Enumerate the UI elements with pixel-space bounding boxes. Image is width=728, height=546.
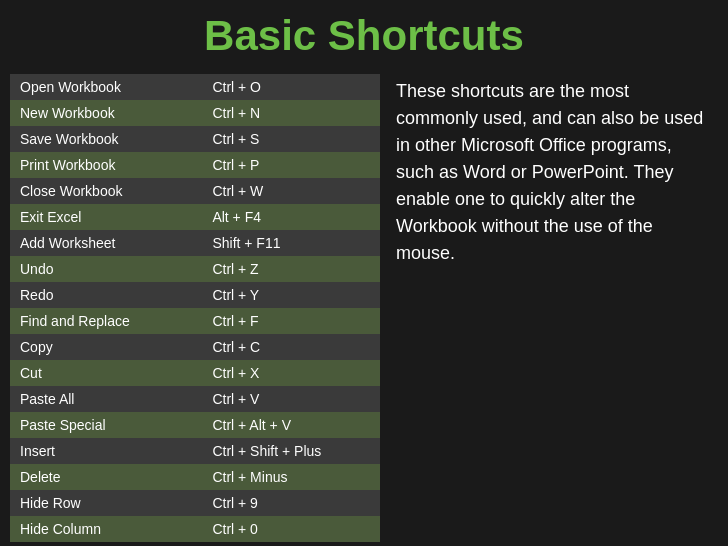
shortcut-action: Add Worksheet — [10, 230, 202, 256]
shortcut-keys: Ctrl + 9 — [202, 490, 380, 516]
shortcuts-table: Open WorkbookCtrl + ONew WorkbookCtrl + … — [10, 74, 380, 542]
description-text: These shortcuts are the most commonly us… — [396, 78, 712, 267]
page-container: Basic Shortcuts Open WorkbookCtrl + ONew… — [0, 0, 728, 546]
shortcut-keys: Ctrl + Y — [202, 282, 380, 308]
description-section: These shortcuts are the most commonly us… — [390, 74, 718, 542]
table-section: Open WorkbookCtrl + ONew WorkbookCtrl + … — [10, 74, 380, 542]
shortcut-keys: Ctrl + V — [202, 386, 380, 412]
table-row: Find and ReplaceCtrl + F — [10, 308, 380, 334]
shortcut-action: Insert — [10, 438, 202, 464]
table-row: UndoCtrl + Z — [10, 256, 380, 282]
shortcut-action: Redo — [10, 282, 202, 308]
shortcut-keys: Ctrl + 0 — [202, 516, 380, 542]
shortcut-action: Exit Excel — [10, 204, 202, 230]
shortcut-keys: Alt + F4 — [202, 204, 380, 230]
table-row: Close WorkbookCtrl + W — [10, 178, 380, 204]
table-row: New WorkbookCtrl + N — [10, 100, 380, 126]
shortcut-keys: Ctrl + X — [202, 360, 380, 386]
shortcut-keys: Ctrl + Shift + Plus — [202, 438, 380, 464]
shortcut-action: Hide Column — [10, 516, 202, 542]
content-area: Open WorkbookCtrl + ONew WorkbookCtrl + … — [0, 74, 728, 542]
shortcut-action: New Workbook — [10, 100, 202, 126]
shortcut-keys: Ctrl + F — [202, 308, 380, 334]
table-row: Paste AllCtrl + V — [10, 386, 380, 412]
shortcut-keys: Ctrl + Minus — [202, 464, 380, 490]
shortcut-keys: Ctrl + N — [202, 100, 380, 126]
table-row: Print WorkbookCtrl + P — [10, 152, 380, 178]
shortcut-keys: Ctrl + O — [202, 74, 380, 100]
page-title: Basic Shortcuts — [0, 12, 728, 60]
shortcut-keys: Ctrl + C — [202, 334, 380, 360]
shortcut-action: Undo — [10, 256, 202, 282]
table-row: InsertCtrl + Shift + Plus — [10, 438, 380, 464]
table-row: DeleteCtrl + Minus — [10, 464, 380, 490]
shortcut-action: Save Workbook — [10, 126, 202, 152]
shortcut-keys: Ctrl + Alt + V — [202, 412, 380, 438]
shortcut-action: Paste Special — [10, 412, 202, 438]
table-row: Exit ExcelAlt + F4 — [10, 204, 380, 230]
table-row: Add WorksheetShift + F11 — [10, 230, 380, 256]
table-row: Open WorkbookCtrl + O — [10, 74, 380, 100]
shortcut-action: Cut — [10, 360, 202, 386]
shortcut-action: Hide Row — [10, 490, 202, 516]
table-row: Save WorkbookCtrl + S — [10, 126, 380, 152]
shortcut-keys: Shift + F11 — [202, 230, 380, 256]
shortcut-keys: Ctrl + S — [202, 126, 380, 152]
table-row: CutCtrl + X — [10, 360, 380, 386]
shortcut-keys: Ctrl + Z — [202, 256, 380, 282]
table-row: Hide ColumnCtrl + 0 — [10, 516, 380, 542]
title-area: Basic Shortcuts — [0, 0, 728, 74]
table-row: Hide RowCtrl + 9 — [10, 490, 380, 516]
shortcut-keys: Ctrl + P — [202, 152, 380, 178]
table-row: Paste SpecialCtrl + Alt + V — [10, 412, 380, 438]
table-row: RedoCtrl + Y — [10, 282, 380, 308]
shortcut-action: Paste All — [10, 386, 202, 412]
shortcut-action: Find and Replace — [10, 308, 202, 334]
shortcut-keys: Ctrl + W — [202, 178, 380, 204]
shortcut-action: Print Workbook — [10, 152, 202, 178]
table-row: CopyCtrl + C — [10, 334, 380, 360]
shortcut-action: Copy — [10, 334, 202, 360]
shortcut-action: Open Workbook — [10, 74, 202, 100]
shortcut-action: Close Workbook — [10, 178, 202, 204]
shortcut-action: Delete — [10, 464, 202, 490]
